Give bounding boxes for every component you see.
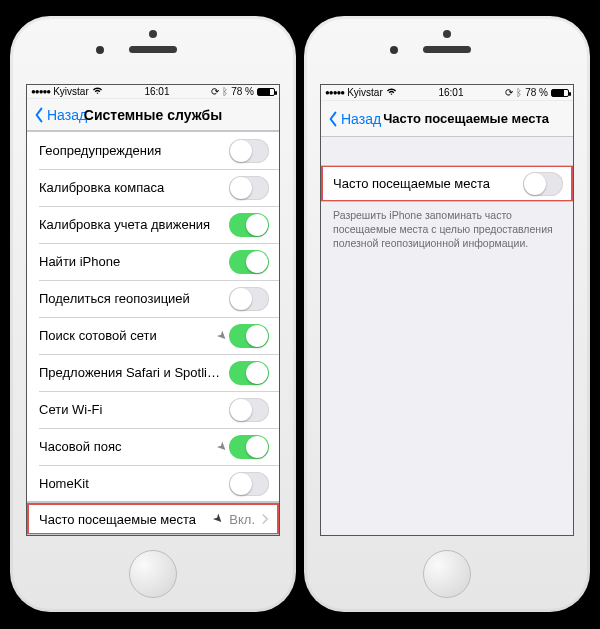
chevron-left-icon bbox=[327, 111, 339, 127]
row-toggle[interactable] bbox=[229, 213, 269, 237]
proximity-sensor bbox=[149, 30, 157, 38]
row-toggle[interactable] bbox=[229, 176, 269, 200]
group-footer-note: Разрешить iPhone запоминать часто посеща… bbox=[321, 202, 573, 251]
frequent-locations-label: Часто посещаемые места bbox=[39, 512, 213, 527]
status-bar: ●●●●● Kyivstar 16:01 ⟳ ᛒ 78 % bbox=[321, 85, 573, 101]
row-toggle[interactable] bbox=[229, 139, 269, 163]
row-label: Найти iPhone bbox=[39, 254, 229, 269]
back-label: Назад bbox=[47, 107, 87, 123]
home-button[interactable] bbox=[423, 550, 471, 598]
clock-label: 16:01 bbox=[144, 86, 169, 97]
row-toggle[interactable] bbox=[229, 324, 269, 348]
frequent-locations-toggle[interactable] bbox=[523, 172, 563, 196]
row-label: Геопредупреждения bbox=[39, 143, 229, 158]
battery-icon bbox=[257, 88, 275, 96]
settings-group: Часто посещаемые места bbox=[321, 165, 573, 202]
back-label: Назад bbox=[341, 111, 381, 127]
wifi-icon bbox=[92, 86, 103, 97]
bluetooth-icon: ᛒ bbox=[222, 86, 228, 97]
signal-dots-icon: ●●●●● bbox=[31, 87, 50, 96]
battery-pct-label: 78 % bbox=[525, 87, 548, 98]
carrier-label: Kyivstar bbox=[347, 87, 383, 98]
row-label: Сети Wi-Fi bbox=[39, 402, 229, 417]
screen: ●●●●● Kyivstar 16:01 ⟳ ᛒ 78 % bbox=[320, 84, 574, 536]
nav-bar: Назад Часто посещаемые места bbox=[321, 101, 573, 137]
chevron-left-icon bbox=[33, 107, 45, 123]
row-label: Поиск сотовой сети bbox=[39, 328, 217, 343]
front-camera bbox=[390, 46, 398, 54]
row-label: Поделиться геопозицией bbox=[39, 291, 229, 306]
settings-row[interactable]: HomeKit bbox=[27, 465, 279, 502]
settings-row[interactable]: Предложения Safari и Spotli… bbox=[27, 354, 279, 391]
iphone-device-right: ●●●●● Kyivstar 16:01 ⟳ ᛒ 78 % bbox=[304, 16, 590, 612]
row-toggle[interactable] bbox=[229, 250, 269, 274]
proximity-sensor bbox=[443, 30, 451, 38]
settings-row[interactable]: Часовой пояс➤ bbox=[27, 428, 279, 465]
settings-list: ГеопредупрежденияКалибровка компасаКалиб… bbox=[27, 131, 279, 502]
status-bar: ●●●●● Kyivstar 16:01 ⟳ ᛒ 78 % bbox=[27, 85, 279, 99]
settings-row[interactable]: Калибровка компаса bbox=[27, 169, 279, 206]
row-label: HomeKit bbox=[39, 476, 229, 491]
clock-label: 16:01 bbox=[438, 87, 463, 98]
settings-row[interactable]: Сети Wi-Fi bbox=[27, 391, 279, 428]
wifi-icon bbox=[386, 87, 397, 98]
row-label: Часовой пояс bbox=[39, 439, 217, 454]
page-title: Часто посещаемые места bbox=[383, 111, 567, 126]
settings-row[interactable]: Геопредупреждения bbox=[27, 132, 279, 169]
back-button[interactable]: Назад bbox=[33, 107, 87, 123]
back-button[interactable]: Назад bbox=[327, 111, 381, 127]
signal-dots-icon: ●●●●● bbox=[325, 88, 344, 97]
row-toggle[interactable] bbox=[229, 287, 269, 311]
settings-row[interactable]: Поиск сотовой сети➤ bbox=[27, 317, 279, 354]
battery-pct-label: 78 % bbox=[231, 86, 254, 97]
row-toggle[interactable] bbox=[229, 398, 269, 422]
row-label: Калибровка компаса bbox=[39, 180, 229, 195]
battery-icon bbox=[551, 89, 569, 97]
front-camera bbox=[96, 46, 104, 54]
settings-row[interactable]: Поделиться геопозицией bbox=[27, 280, 279, 317]
iphone-device-left: ●●●●● Kyivstar 16:01 ⟳ ᛒ 78 % bbox=[10, 16, 296, 612]
chevron-right-icon bbox=[261, 513, 269, 525]
settings-row[interactable]: Найти iPhone bbox=[27, 243, 279, 280]
home-button[interactable] bbox=[129, 550, 177, 598]
rotation-lock-icon: ⟳ bbox=[505, 87, 513, 98]
frequent-locations-toggle-row[interactable]: Часто посещаемые места bbox=[321, 165, 573, 202]
earpiece-speaker bbox=[423, 46, 471, 53]
settings-row[interactable]: Калибровка учета движения bbox=[27, 206, 279, 243]
bluetooth-icon: ᛒ bbox=[516, 87, 522, 98]
row-label: Предложения Safari и Spotli… bbox=[39, 365, 229, 380]
frequent-locations-detail: Вкл. bbox=[229, 512, 255, 527]
row-toggle[interactable] bbox=[229, 361, 269, 385]
screen: ●●●●● Kyivstar 16:01 ⟳ ᛒ 78 % bbox=[26, 84, 280, 536]
rotation-lock-icon: ⟳ bbox=[211, 86, 219, 97]
row-label: Калибровка учета движения bbox=[39, 217, 229, 232]
toggle-label: Часто посещаемые места bbox=[333, 176, 523, 191]
frequent-locations-row[interactable]: Часто посещаемые места ➤ Вкл. bbox=[27, 502, 279, 535]
row-toggle[interactable] bbox=[229, 472, 269, 496]
row-toggle[interactable] bbox=[229, 435, 269, 459]
carrier-label: Kyivstar bbox=[53, 86, 89, 97]
earpiece-speaker bbox=[129, 46, 177, 53]
nav-bar: Назад Системные службы bbox=[27, 99, 279, 131]
